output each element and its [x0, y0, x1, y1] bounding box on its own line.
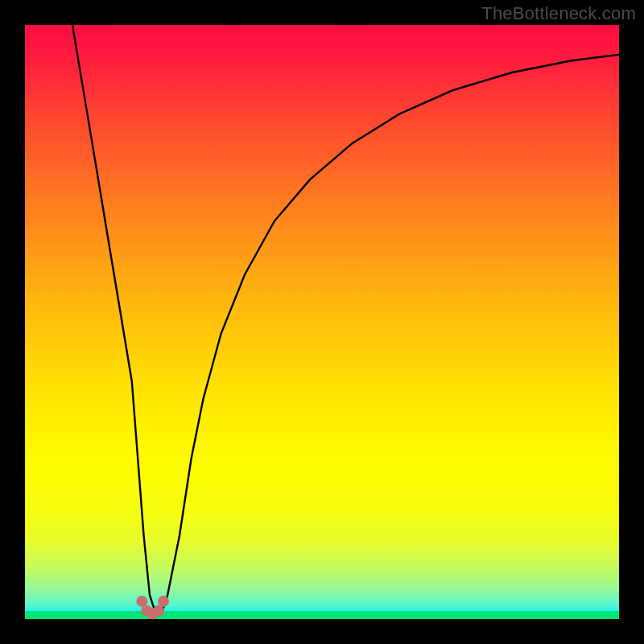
chart-frame: TheBottleneck.com [0, 0, 644, 644]
curve-svg [25, 25, 619, 619]
marker-dot [158, 596, 169, 607]
plot-area [25, 25, 619, 619]
bottleneck-curve [72, 25, 619, 613]
watermark-text: TheBottleneck.com [481, 3, 636, 24]
